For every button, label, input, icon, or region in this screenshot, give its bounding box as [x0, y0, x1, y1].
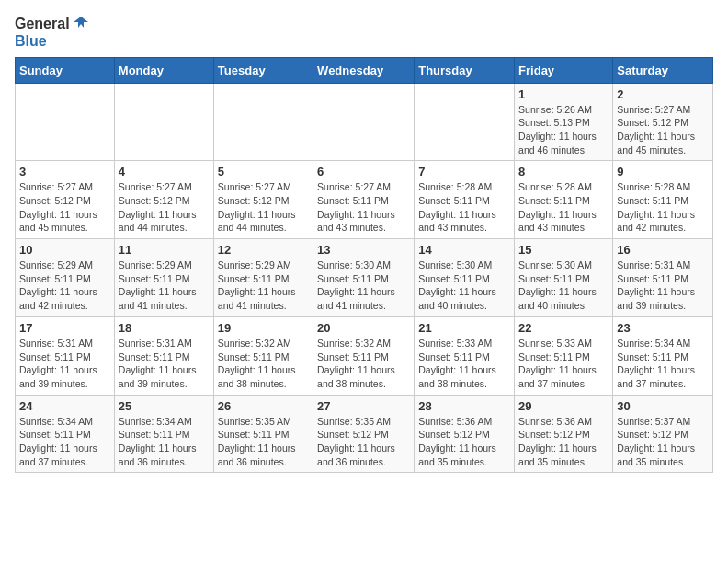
day-cell-4: 4Sunrise: 5:27 AMSunset: 5:12 PMDaylight… [114, 161, 213, 239]
day-info: Sunrise: 5:28 AMSunset: 5:11 PMDaylight:… [518, 180, 609, 235]
day-header-tuesday: Tuesday [213, 57, 313, 83]
week-row-2: 3Sunrise: 5:27 AMSunset: 5:12 PMDaylight… [16, 161, 713, 239]
week-row-1: 1Sunrise: 5:26 AMSunset: 5:13 PMDaylight… [16, 83, 713, 161]
day-info: Sunrise: 5:34 AMSunset: 5:11 PMDaylight:… [119, 415, 210, 469]
day-info: Sunrise: 5:28 AMSunset: 5:11 PMDaylight:… [617, 180, 709, 235]
day-number: 16 [617, 243, 709, 257]
calendar-table: SundayMondayTuesdayWednesdayThursdayFrid… [15, 57, 713, 474]
day-cell-27: 27Sunrise: 5:35 AMSunset: 5:12 PMDayligh… [313, 395, 415, 473]
day-header-saturday: Saturday [613, 57, 713, 83]
day-cell-11: 11Sunrise: 5:29 AMSunset: 5:11 PMDayligh… [114, 239, 213, 317]
day-info: Sunrise: 5:31 AMSunset: 5:11 PMDaylight:… [119, 337, 210, 391]
day-number: 26 [218, 399, 309, 413]
empty-cell [313, 83, 415, 161]
day-info: Sunrise: 5:31 AMSunset: 5:11 PMDaylight:… [19, 337, 110, 391]
empty-cell [213, 83, 313, 161]
day-number: 14 [418, 243, 510, 257]
day-number: 9 [617, 165, 709, 178]
day-info: Sunrise: 5:37 AMSunset: 5:12 PMDaylight:… [617, 415, 709, 469]
logo: General Blue [15, 15, 90, 50]
day-header-sunday: Sunday [16, 57, 115, 83]
day-number: 3 [19, 165, 110, 178]
day-cell-17: 17Sunrise: 5:31 AMSunset: 5:11 PMDayligh… [16, 316, 115, 395]
day-cell-20: 20Sunrise: 5:32 AMSunset: 5:11 PMDayligh… [313, 316, 415, 395]
day-number: 5 [218, 165, 309, 178]
day-number: 2 [617, 87, 709, 101]
day-number: 4 [119, 165, 210, 178]
day-number: 28 [418, 399, 510, 413]
day-info: Sunrise: 5:28 AMSunset: 5:11 PMDaylight:… [418, 180, 510, 235]
day-cell-29: 29Sunrise: 5:36 AMSunset: 5:12 PMDayligh… [515, 395, 613, 473]
day-cell-23: 23Sunrise: 5:34 AMSunset: 5:11 PMDayligh… [613, 316, 713, 395]
day-info: Sunrise: 5:27 AMSunset: 5:12 PMDaylight:… [19, 180, 110, 235]
day-info: Sunrise: 5:29 AMSunset: 5:11 PMDaylight:… [218, 259, 309, 313]
day-info: Sunrise: 5:30 AMSunset: 5:11 PMDaylight:… [518, 259, 609, 313]
day-info: Sunrise: 5:27 AMSunset: 5:12 PMDaylight:… [119, 180, 210, 235]
day-header-wednesday: Wednesday [313, 57, 415, 83]
day-info: Sunrise: 5:36 AMSunset: 5:12 PMDaylight:… [518, 415, 609, 469]
day-number: 22 [518, 321, 609, 335]
day-cell-19: 19Sunrise: 5:32 AMSunset: 5:11 PMDayligh… [213, 316, 313, 395]
day-cell-28: 28Sunrise: 5:36 AMSunset: 5:12 PMDayligh… [415, 395, 515, 473]
day-cell-13: 13Sunrise: 5:30 AMSunset: 5:11 PMDayligh… [313, 239, 415, 317]
day-info: Sunrise: 5:27 AMSunset: 5:12 PMDaylight:… [218, 180, 309, 235]
day-number: 10 [19, 243, 110, 257]
day-info: Sunrise: 5:30 AMSunset: 5:11 PMDaylight:… [317, 259, 410, 313]
day-number: 20 [317, 321, 410, 335]
day-cell-6: 6Sunrise: 5:27 AMSunset: 5:11 PMDaylight… [313, 161, 415, 239]
week-row-5: 24Sunrise: 5:34 AMSunset: 5:11 PMDayligh… [16, 395, 713, 473]
day-number: 21 [418, 321, 510, 335]
week-row-3: 10Sunrise: 5:29 AMSunset: 5:11 PMDayligh… [16, 239, 713, 317]
day-info: Sunrise: 5:33 AMSunset: 5:11 PMDaylight:… [518, 337, 609, 391]
logo-container: General Blue [15, 15, 90, 50]
day-cell-12: 12Sunrise: 5:29 AMSunset: 5:11 PMDayligh… [213, 239, 313, 317]
day-number: 1 [518, 87, 609, 101]
day-info: Sunrise: 5:29 AMSunset: 5:11 PMDaylight:… [119, 259, 210, 313]
day-info: Sunrise: 5:30 AMSunset: 5:11 PMDaylight:… [418, 259, 510, 313]
day-info: Sunrise: 5:32 AMSunset: 5:11 PMDaylight:… [317, 337, 410, 391]
empty-cell [16, 83, 115, 161]
day-cell-7: 7Sunrise: 5:28 AMSunset: 5:11 PMDaylight… [415, 161, 515, 239]
day-info: Sunrise: 5:34 AMSunset: 5:11 PMDaylight:… [19, 415, 110, 469]
day-header-thursday: Thursday [415, 57, 515, 83]
day-number: 8 [518, 165, 609, 178]
day-number: 17 [19, 321, 110, 335]
day-cell-25: 25Sunrise: 5:34 AMSunset: 5:11 PMDayligh… [114, 395, 213, 473]
day-cell-9: 9Sunrise: 5:28 AMSunset: 5:11 PMDaylight… [613, 161, 713, 239]
day-number: 13 [317, 243, 410, 257]
day-info: Sunrise: 5:29 AMSunset: 5:11 PMDaylight:… [19, 259, 110, 313]
day-cell-3: 3Sunrise: 5:27 AMSunset: 5:12 PMDaylight… [16, 161, 115, 239]
day-cell-26: 26Sunrise: 5:35 AMSunset: 5:11 PMDayligh… [213, 395, 313, 473]
day-number: 7 [418, 165, 510, 178]
day-info: Sunrise: 5:26 AMSunset: 5:13 PMDaylight:… [518, 103, 609, 157]
days-header-row: SundayMondayTuesdayWednesdayThursdayFrid… [16, 57, 713, 83]
day-cell-16: 16Sunrise: 5:31 AMSunset: 5:11 PMDayligh… [613, 239, 713, 317]
day-cell-8: 8Sunrise: 5:28 AMSunset: 5:11 PMDaylight… [515, 161, 613, 239]
day-cell-21: 21Sunrise: 5:33 AMSunset: 5:11 PMDayligh… [415, 316, 515, 395]
day-info: Sunrise: 5:33 AMSunset: 5:11 PMDaylight:… [418, 337, 510, 391]
day-number: 27 [317, 399, 410, 413]
day-cell-30: 30Sunrise: 5:37 AMSunset: 5:12 PMDayligh… [613, 395, 713, 473]
day-info: Sunrise: 5:36 AMSunset: 5:12 PMDaylight:… [418, 415, 510, 469]
page-header: General Blue [15, 15, 713, 50]
day-number: 6 [317, 165, 410, 178]
week-row-4: 17Sunrise: 5:31 AMSunset: 5:11 PMDayligh… [16, 316, 713, 395]
day-cell-5: 5Sunrise: 5:27 AMSunset: 5:12 PMDaylight… [213, 161, 313, 239]
day-number: 24 [19, 399, 110, 413]
day-number: 18 [119, 321, 210, 335]
logo-bird-icon [72, 15, 90, 33]
day-number: 30 [617, 399, 709, 413]
logo-general: General [15, 16, 70, 32]
day-info: Sunrise: 5:27 AMSunset: 5:12 PMDaylight:… [617, 103, 709, 157]
day-number: 11 [119, 243, 210, 257]
day-header-friday: Friday [515, 57, 613, 83]
day-info: Sunrise: 5:35 AMSunset: 5:12 PMDaylight:… [317, 415, 410, 469]
day-number: 23 [617, 321, 709, 335]
day-info: Sunrise: 5:35 AMSunset: 5:11 PMDaylight:… [218, 415, 309, 469]
day-cell-18: 18Sunrise: 5:31 AMSunset: 5:11 PMDayligh… [114, 316, 213, 395]
day-number: 29 [518, 399, 609, 413]
day-cell-24: 24Sunrise: 5:34 AMSunset: 5:11 PMDayligh… [16, 395, 115, 473]
day-cell-1: 1Sunrise: 5:26 AMSunset: 5:13 PMDaylight… [515, 83, 613, 161]
day-number: 15 [518, 243, 609, 257]
day-info: Sunrise: 5:34 AMSunset: 5:11 PMDaylight:… [617, 337, 709, 391]
